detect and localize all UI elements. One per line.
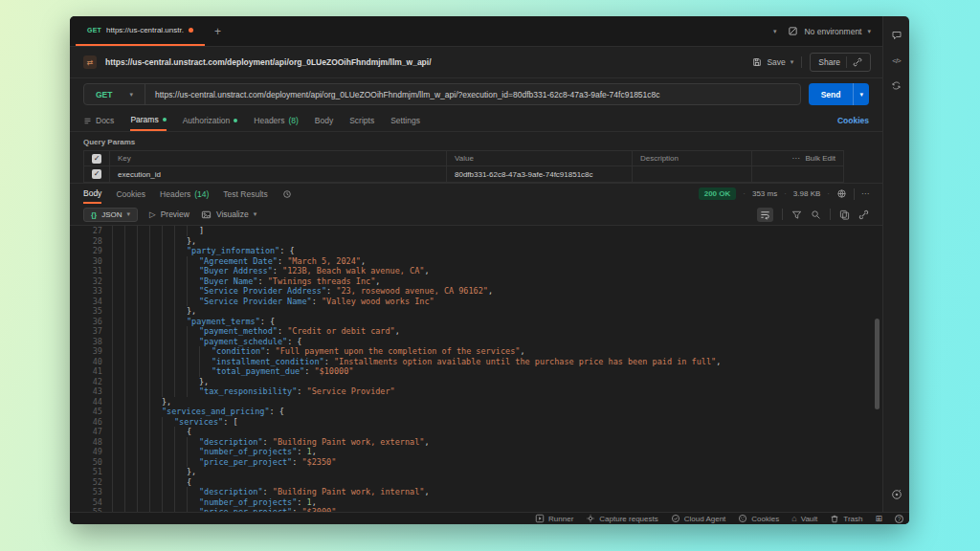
tab-scripts[interactable]: Scripts xyxy=(349,110,374,131)
cloud-agent-button[interactable]: Cloud Agent xyxy=(671,514,726,523)
code-line: 50"price_per_project": "$2350" xyxy=(70,457,882,468)
code-line: 53"description": "Building Paint work, i… xyxy=(70,487,882,497)
response-toolbar: {} JSON ▾ ▷ Preview Visualize ▾ xyxy=(70,204,882,225)
response-history-icon[interactable] xyxy=(282,184,292,204)
url-row: GET ▾ https://us-central.unstract.com/de… xyxy=(70,78,882,110)
code-snippet-icon[interactable]: </> xyxy=(892,56,901,65)
environment-selector[interactable]: No environment ▾ xyxy=(788,26,871,36)
request-tabs: Docs Params Authorization Headers (8) Bo… xyxy=(70,110,882,132)
sync-icon[interactable] xyxy=(891,80,902,91)
request-title-url: https://us-central.unstract.com/deployme… xyxy=(105,57,432,67)
share-link-icon[interactable] xyxy=(853,57,862,67)
status-badge: 200 OK xyxy=(699,187,737,200)
response-tab-cookies[interactable]: Cookies xyxy=(116,184,145,204)
code-line: 42}, xyxy=(70,377,882,387)
visualize-icon xyxy=(201,209,212,220)
view-label: JSON xyxy=(101,210,122,219)
share-button[interactable]: Share xyxy=(810,53,871,72)
params-dot-icon xyxy=(163,118,167,121)
tab-headers[interactable]: Headers (8) xyxy=(254,110,299,131)
preview-button[interactable]: ▷ Preview xyxy=(149,209,189,219)
code-scrollbar[interactable] xyxy=(875,319,880,409)
save-chevron-icon[interactable]: ▾ xyxy=(791,58,794,66)
param-extra-cell xyxy=(751,166,843,182)
code-line: 37"payment_method": "Credit or debit car… xyxy=(70,326,882,337)
environment-label: No environment xyxy=(804,27,861,36)
cookies-link[interactable]: Cookies xyxy=(837,110,869,131)
view-chevron-icon: ▾ xyxy=(127,210,131,218)
comments-icon[interactable] xyxy=(891,30,902,41)
send-button[interactable]: Send ▾ xyxy=(809,83,869,105)
method-label: GET xyxy=(96,90,112,99)
filter-icon[interactable] xyxy=(791,209,802,220)
code-editor[interactable]: 27]28},29"party_information": {30"Agreem… xyxy=(70,226,882,512)
code-line: 55"price_per_project": "$3000" xyxy=(70,507,882,512)
runner-button[interactable]: Runner xyxy=(535,514,573,523)
visualize-button[interactable]: Visualize ▾ xyxy=(201,209,256,220)
code-line: 54"number_of_projects": 1, xyxy=(70,497,882,508)
app-window: GET https://us-central.unstr. + ▾ No env… xyxy=(70,16,909,524)
link-icon[interactable] xyxy=(858,209,869,220)
param-value[interactable]: 80dfb331-62c8-47a3-9afe-74fc91851c8c xyxy=(446,166,632,182)
param-checkbox[interactable]: ✓ xyxy=(92,169,101,179)
help-icon[interactable]: ? xyxy=(895,515,903,523)
vault-icon: ⌂ xyxy=(791,514,796,523)
divider xyxy=(830,209,831,220)
visualize-chevron-icon: ▾ xyxy=(254,210,257,218)
trash-button[interactable]: Trash xyxy=(830,514,862,523)
tab-body[interactable]: Body xyxy=(315,110,333,131)
tab-title: https://us-central.unstr. xyxy=(106,26,184,34)
status-bar: Runner Capture requests Cloud Agent Cook… xyxy=(70,512,909,524)
docs-icon xyxy=(83,117,92,125)
column-value: Value xyxy=(446,151,632,165)
save-button[interactable]: Save ▾ xyxy=(752,57,793,67)
response-time: 353 ms xyxy=(752,189,777,198)
param-description[interactable] xyxy=(632,166,751,182)
url-input[interactable]: GET ▾ https://us-central.unstract.com/de… xyxy=(83,83,801,105)
code-line: 51}, xyxy=(70,467,882,477)
response-tab-body[interactable]: Body xyxy=(83,184,101,204)
code-line: 44}, xyxy=(70,397,882,408)
divider xyxy=(846,56,847,68)
code-line: 29"party_information": { xyxy=(70,246,882,256)
param-row: ✓ execution_id 80dfb331-62c8-47a3-9afe-7… xyxy=(84,166,843,182)
braces-icon: {} xyxy=(91,210,97,219)
code-line: 30"Agreement Date": "March 5, 2024", xyxy=(70,256,882,267)
tab-settings[interactable]: Settings xyxy=(390,110,420,131)
environment-icon xyxy=(788,26,798,36)
method-selector[interactable]: GET ▾ xyxy=(84,84,145,104)
response-view-selector[interactable]: {} JSON ▾ xyxy=(83,208,138,222)
code-line: 47{ xyxy=(70,427,882,437)
select-all-checkbox[interactable]: ✓ xyxy=(92,154,101,164)
tab-authorization[interactable]: Authorization xyxy=(183,110,238,131)
tab-params[interactable]: Params xyxy=(130,110,166,131)
globe-icon[interactable] xyxy=(836,188,847,199)
code-line: 40"installment_condition": "Installments… xyxy=(70,357,882,367)
column-description: Description xyxy=(632,151,751,165)
method-chevron-icon: ▾ xyxy=(129,91,133,99)
send-label[interactable]: Send xyxy=(809,83,854,105)
more-options-icon[interactable]: ⋯ xyxy=(861,189,869,198)
capture-requests-button[interactable]: Capture requests xyxy=(586,514,657,523)
vault-button[interactable]: ⌂ Vault xyxy=(791,514,817,523)
wrap-text-icon[interactable] xyxy=(757,208,773,222)
send-options-chevron-icon[interactable]: ▾ xyxy=(853,83,869,105)
divider xyxy=(854,188,855,200)
grid-icon[interactable]: ⊞ xyxy=(875,514,882,523)
request-tab[interactable]: GET https://us-central.unstr. xyxy=(76,16,205,46)
environment-chevron-icon: ▾ xyxy=(867,28,871,35)
save-label: Save xyxy=(767,57,785,67)
new-tab-button[interactable]: + xyxy=(205,16,231,46)
url-value[interactable]: https://us-central.unstract.com/deployme… xyxy=(145,90,670,99)
response-tab-test-results[interactable]: Test Results xyxy=(223,184,267,204)
cookies-button[interactable]: Cookies xyxy=(738,514,779,523)
bulk-edit-button[interactable]: ⋯ Bulk Edit xyxy=(751,151,843,165)
search-icon[interactable] xyxy=(811,209,821,220)
tab-options-chevron-icon[interactable]: ▾ xyxy=(773,28,777,35)
copy-icon[interactable] xyxy=(839,209,850,220)
response-tab-headers[interactable]: Headers (14) xyxy=(160,184,209,204)
postbot-icon[interactable] xyxy=(891,489,902,500)
tab-docs[interactable]: Docs xyxy=(83,110,114,131)
param-key[interactable]: execution_id xyxy=(109,166,446,182)
tab-bar: GET https://us-central.unstr. + ▾ No env… xyxy=(70,16,882,47)
